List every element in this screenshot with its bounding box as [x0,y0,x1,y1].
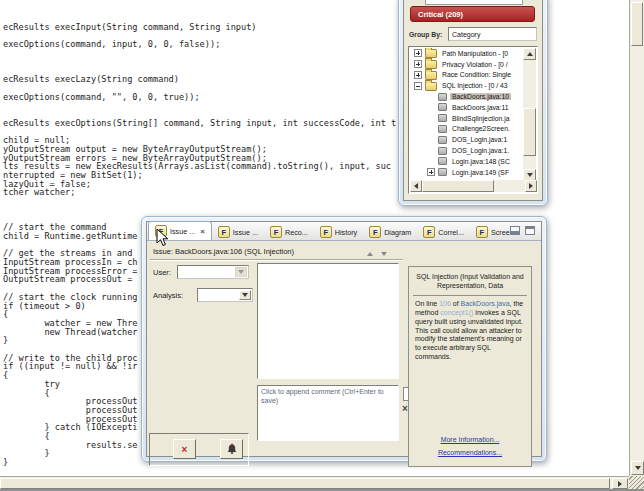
fortify-view-icon: F [369,226,381,238]
tree-item-label: Login.java:149 (SF [450,169,511,176]
scroll-left-button[interactable] [410,180,422,192]
scroll-right-button[interactable] [525,180,537,192]
expand-toggle-icon[interactable] [427,168,435,176]
expand-toggle-icon[interactable] [414,49,422,57]
issue-detail-area: Issue: BackDoors.java:106 (SQL Injection… [147,241,541,456]
tree-item[interactable]: Path Manipulation - [0 [410,48,523,59]
issue-view-window: FIssue ...×FIssue ...FReco...FHistoryFDi… [141,216,547,462]
fortify-view-icon: F [320,226,332,238]
severity-critical-banner[interactable]: Critical (209) [410,6,535,22]
tree-item-label: BackDoors.java:11 [450,104,511,111]
expand-toggle-icon[interactable] [414,71,422,79]
view-tab[interactable]: FDiagram [363,224,417,240]
divider [413,295,527,296]
vscroll-thumb[interactable] [631,2,643,46]
tree-item-label: Challenge2Screen. [450,125,512,132]
minimize-icon[interactable] [510,226,520,235]
tab-label: History [335,228,357,237]
description-action-link[interactable]: Recommendations... [409,447,531,460]
left-arrow-icon [414,183,418,189]
user-dropdown[interactable] [177,265,249,279]
issue-notes-area[interactable] [257,263,399,379]
issues-list-window: Critical (209) Group By: Category Path M… [398,0,548,206]
tree-item[interactable]: Race Condition: Single [410,70,523,81]
tree-item[interactable]: SQL Injection - [0 / 43 [410,80,523,91]
scroll-right-button[interactable] [612,478,628,489]
tree-item-label: BlindSqlInjection.ja [450,115,511,122]
audit-actions-group: × [149,433,249,466]
folder-icon [425,71,437,80]
description-text: On line [415,300,439,307]
eclipse-fortify-screen: ecResults execInput(String command, Stri… [0,0,644,491]
chevron-down-icon [238,270,244,274]
tree-item[interactable]: Challenge2Screen. [410,124,523,135]
issue-description-panel: SQL Injection (Input Validation and Repr… [408,266,532,467]
alert-button[interactable] [220,439,243,459]
bell-icon [226,443,238,455]
down-arrow-icon [381,252,387,256]
mouse-cursor [156,228,169,247]
issue-view-content: FIssue ...×FIssue ...FReco...FHistoryFDi… [146,221,542,457]
tree-horizontal-scrollbar[interactable] [410,180,537,192]
issue-detail-link[interactable]: 106 [439,300,451,307]
issue-item-icon [438,147,447,155]
issue-item-icon [438,114,447,122]
folder-icon [425,49,437,58]
description-links: More Information...Recommendations... [409,434,531,459]
issue-item-icon [438,125,447,133]
issues-tree-rows: Path Manipulation - [0Privacy Violation … [410,48,523,181]
toolbar-field-partial [425,0,523,5]
scroll-down-button[interactable] [631,461,644,475]
tree-item[interactable]: Privacy Violation - [0 / [410,59,523,70]
description-action-link[interactable]: More Information... [409,434,531,447]
issues-tree: Path Manipulation - [0Privacy Violation … [408,46,538,194]
tree-vertical-scrollbar[interactable] [523,48,536,181]
analysis-dropdown[interactable] [197,288,253,302]
issue-detail-link[interactable]: BackDoors.java [461,300,510,307]
analysis-label: Analysis: [153,291,183,300]
view-tab[interactable]: FIssue ... [212,224,264,240]
issue-item-icon [438,136,447,144]
tree-vscroll-thumb[interactable] [523,108,536,156]
delete-comment-icon[interactable]: × [402,404,408,414]
vulnerability-description: On line 106 of BackDoors.java, the metho… [409,300,531,362]
issue-detail-link[interactable]: concept1() [440,309,473,316]
expand-toggle-icon[interactable] [414,82,422,90]
maximize-icon[interactable] [525,226,535,235]
view-tab[interactable]: FReco... [264,224,314,240]
view-tab[interactable]: FCorrel... [417,224,470,240]
chevron-down-icon [242,293,248,297]
tab-label: Correl... [438,228,464,237]
comment-input[interactable]: Click to append comment (Ctrl+Enter to s… [257,385,399,441]
suppress-issue-button[interactable]: × [173,439,196,459]
tab-label: Issue ... [170,227,195,236]
expand-toggle-icon[interactable] [414,60,422,68]
tree-item[interactable]: BlindSqlInjection.ja [410,113,523,124]
group-by-label: Group By: [409,31,442,38]
editor-horizontal-scrollbar[interactable] [0,476,629,490]
folder-icon [425,82,437,91]
scroll-up-button[interactable] [523,48,536,60]
tree-item-label: Privacy Violation - [0 / [440,61,510,68]
hscroll-thumb[interactable] [0,478,610,489]
description-text: of [451,300,461,307]
right-arrow-icon [529,183,533,189]
view-tab[interactable]: FHistory [314,224,363,240]
tree-hscroll-thumb[interactable] [422,180,494,192]
tree-item[interactable]: DOS_Login.java:1. [410,145,523,156]
tree-item[interactable]: DOS_Login.java:1 [410,134,523,145]
tree-item[interactable]: BackDoors.java:11 [410,102,523,113]
dropdown-arrow-button[interactable] [235,267,247,277]
comment-placeholder: Click to append comment (Ctrl+Enter to s… [261,388,384,404]
tree-item[interactable]: BackDoors.java:10 [410,91,523,102]
editor-vertical-scrollbar[interactable] [629,0,644,476]
tree-item[interactable]: Login.java:149 (SF [410,167,523,178]
previous-issue-button[interactable] [367,252,373,256]
down-arrow-icon [635,466,641,470]
close-tab-icon[interactable]: × [200,227,205,236]
dropdown-arrow-button[interactable] [239,290,251,300]
tree-item-label: SQL Injection - [0 / 43 [440,82,510,89]
next-issue-button[interactable] [381,252,387,256]
tree-item[interactable]: Login.java:148 (SC [410,156,523,167]
group-by-dropdown[interactable]: Category [448,27,537,41]
